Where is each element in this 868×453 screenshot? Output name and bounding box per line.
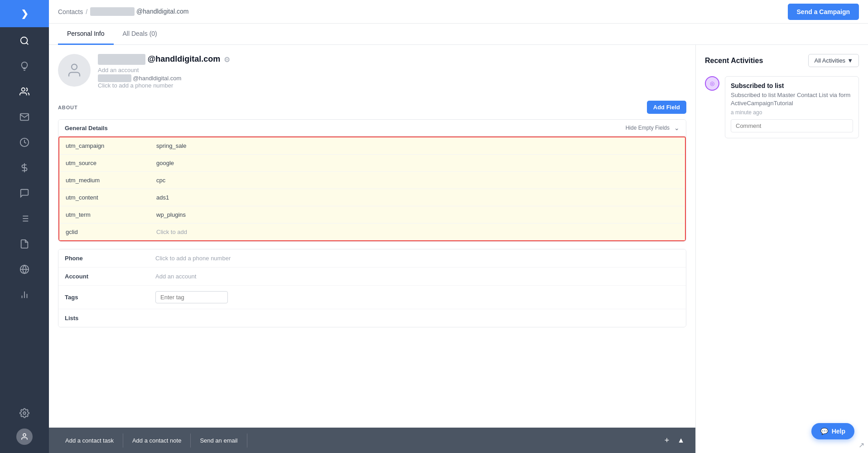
- email-redacted: [98, 74, 131, 82]
- send-campaign-button[interactable]: Send a Campaign: [788, 4, 859, 20]
- activity-icon: ◎: [705, 76, 719, 91]
- sidebar-item-reports[interactable]: [11, 232, 38, 256]
- svg-point-16: [23, 434, 26, 436]
- dropdown-chevron-icon: ▼: [847, 57, 853, 64]
- sidebar: ❯: [0, 0, 49, 453]
- send-email-button[interactable]: Send an email: [191, 434, 247, 448]
- field-label-account: Account: [65, 273, 155, 280]
- table-row: utm_campaign spring_sale: [59, 137, 685, 155]
- add-contact-note-button[interactable]: Add a contact note: [123, 434, 191, 448]
- right-panel: Recent Activities All Activities ▼ ◎ Sub…: [696, 45, 868, 453]
- hide-empty-fields[interactable]: Hide Empty Fields: [626, 125, 670, 131]
- about-section-header: ABOUT Add Field: [58, 101, 686, 114]
- contact-header: @handldigital.com ⚙ Add an account @hand…: [58, 54, 686, 90]
- sidebar-item-campaigns[interactable]: [11, 131, 38, 154]
- field-value-phone[interactable]: Click to add a phone number: [155, 255, 231, 262]
- settings-gear-icon[interactable]: ⚙: [224, 55, 230, 64]
- general-details-card: General Details Hide Empty Fields ⌄ utm_…: [58, 119, 686, 242]
- action-bar: Add a contact task Add a contact note Se…: [49, 428, 695, 453]
- add-phone-link[interactable]: Click to add a phone number: [98, 82, 686, 89]
- field-value-account[interactable]: Add an account: [155, 273, 196, 280]
- help-button[interactable]: 💬 Help: [811, 423, 854, 439]
- recent-activities-title: Recent Activities: [705, 57, 763, 65]
- field-value-utm-source[interactable]: google: [156, 160, 174, 166]
- utm-fields-group: utm_campaign spring_sale utm_source goog…: [58, 136, 686, 241]
- help-chat-icon: 💬: [820, 428, 828, 435]
- activity-time: a minute ago: [731, 109, 853, 116]
- general-details-title: General Details: [65, 125, 108, 132]
- activity-item: ◎ Subscribed to list Subscribed to list …: [705, 76, 859, 138]
- sidebar-item-settings[interactable]: [11, 401, 38, 425]
- about-title: ABOUT: [58, 105, 78, 110]
- field-row-account: Account Add an account: [58, 268, 686, 286]
- chevron-right-icon[interactable]: ❯: [21, 8, 29, 19]
- email-suffix: @handldigital.com: [133, 75, 181, 82]
- sidebar-item-bar-chart[interactable]: [11, 283, 38, 307]
- table-row: gclid Click to add: [59, 224, 685, 240]
- sidebar-bottom: [0, 399, 49, 453]
- general-details-header: General Details Hide Empty Fields ⌄: [58, 120, 686, 136]
- field-row-lists: Lists: [58, 309, 686, 327]
- activity-description: Subscribed to list Master Contact List v…: [731, 91, 853, 107]
- sidebar-item-email[interactable]: [11, 105, 38, 129]
- field-value-gclid[interactable]: Click to add: [156, 229, 187, 235]
- name-redacted: [98, 54, 145, 65]
- field-label-utm-content: utm_content: [66, 194, 156, 201]
- field-label-gclid: gclid: [66, 229, 156, 235]
- field-label-utm-source: utm_source: [66, 160, 156, 166]
- table-row: utm_medium cpc: [59, 172, 685, 189]
- sidebar-item-search[interactable]: [11, 29, 38, 53]
- sidebar-item-chat[interactable]: [11, 181, 38, 205]
- other-fields-card: Phone Click to add a phone number Accoun…: [58, 249, 686, 327]
- all-activities-label: All Activities: [814, 57, 845, 64]
- field-row-tags: Tags: [58, 286, 686, 309]
- field-value-utm-term[interactable]: wp_plugins: [156, 211, 186, 218]
- field-value-utm-campaign[interactable]: spring_sale: [156, 142, 187, 149]
- field-value-utm-content[interactable]: ads1: [156, 194, 169, 201]
- name-suffix: @handldigital.com: [148, 54, 221, 63]
- add-account-link[interactable]: Add an account: [98, 67, 686, 73]
- field-label-utm-medium: utm_medium: [66, 177, 156, 184]
- chevron-down-icon[interactable]: ⌄: [674, 124, 680, 132]
- svg-point-1: [22, 88, 25, 91]
- field-label-utm-term: utm_term: [66, 211, 156, 218]
- content-area: @handldigital.com ⚙ Add an account @hand…: [49, 45, 868, 453]
- contact-info: @handldigital.com ⚙ Add an account @hand…: [98, 54, 686, 90]
- sidebar-item-dollar[interactable]: [11, 156, 38, 180]
- svg-point-15: [23, 412, 26, 414]
- sidebar-item-list[interactable]: [11, 207, 38, 230]
- help-label: Help: [832, 428, 845, 435]
- sidebar-item-lightbulb[interactable]: [11, 54, 38, 78]
- sidebar-top[interactable]: ❯: [0, 0, 49, 27]
- contact-avatar: [58, 54, 91, 87]
- topbar: Contacts / @handldigital.com Send a Camp…: [49, 0, 868, 24]
- tab-all-deals[interactable]: All Deals (0): [114, 24, 166, 45]
- user-avatar[interactable]: [16, 429, 33, 445]
- contact-email: @handldigital.com: [98, 74, 686, 82]
- field-row-phone: Phone Click to add a phone number: [58, 249, 686, 268]
- breadcrumb: Contacts / @handldigital.com: [58, 7, 188, 16]
- main-content: Contacts / @handldigital.com Send a Camp…: [49, 0, 868, 453]
- activity-title: Subscribed to list: [731, 82, 853, 89]
- add-contact-task-button[interactable]: Add a contact task: [56, 434, 123, 448]
- sidebar-item-contacts[interactable]: [11, 80, 38, 103]
- field-label-utm-campaign: utm_campaign: [66, 142, 156, 149]
- add-more-icon[interactable]: +: [660, 434, 674, 447]
- all-activities-dropdown[interactable]: All Activities ▼: [808, 54, 859, 67]
- tabs: Personal Info All Deals (0): [49, 24, 868, 45]
- add-field-button[interactable]: Add Field: [647, 101, 686, 114]
- breadcrumb-separator: /: [86, 8, 87, 15]
- field-label-lists: Lists: [65, 315, 155, 321]
- collapse-icon[interactable]: ▲: [674, 434, 688, 446]
- field-label-phone: Phone: [65, 255, 155, 262]
- tags-input[interactable]: [155, 291, 228, 303]
- redacted-email: [90, 7, 135, 16]
- field-value-utm-medium[interactable]: cpc: [156, 177, 165, 184]
- right-panel-header: Recent Activities All Activities ▼: [705, 54, 859, 67]
- comment-input[interactable]: [731, 119, 853, 132]
- sidebar-item-globe[interactable]: [11, 258, 38, 281]
- breadcrumb-email-suffix: @handldigital.com: [136, 8, 188, 15]
- tab-personal-info[interactable]: Personal Info: [58, 24, 114, 45]
- breadcrumb-contacts[interactable]: Contacts: [58, 8, 83, 15]
- activity-list-icon: ◎: [710, 80, 714, 87]
